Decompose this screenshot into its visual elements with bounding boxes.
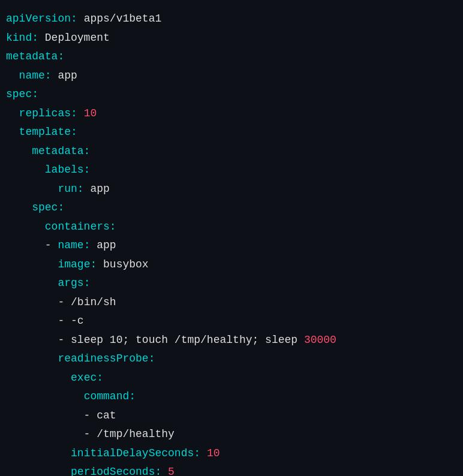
code-token: app <box>90 183 109 195</box>
code-line: metadata: <box>6 142 457 161</box>
code-line: kind: Deployment <box>6 29 457 48</box>
code-token: readinessProbe: <box>58 353 155 364</box>
code-line: - cat <box>6 406 457 426</box>
code-token: 30000 <box>304 334 336 346</box>
code-line: - /tmp/healthy <box>6 425 457 444</box>
code-line: - name: app <box>6 236 457 255</box>
code-token: exec: <box>71 372 103 384</box>
code-token: - <box>6 239 58 251</box>
code-line: containers: <box>6 218 457 237</box>
code-line: replicas: 10 <box>6 104 457 123</box>
code-token: spec: <box>6 201 64 213</box>
code-token: replicas: <box>6 107 84 119</box>
code-token: /bin/sh <box>71 296 116 308</box>
code-token: metadata: <box>6 50 64 62</box>
code-line: readinessProbe: <box>6 350 457 369</box>
code-token <box>6 466 71 476</box>
code-token: /tmp/healthy <box>97 428 175 440</box>
code-line: args: <box>6 274 457 293</box>
code-token: Deployment <box>45 32 110 44</box>
code-token: - <box>6 296 71 308</box>
code-line: template: <box>6 123 457 142</box>
code-editor: apiVersion: apps/v1beta1kind: Deployment… <box>6 10 457 476</box>
code-token: - <box>6 315 71 327</box>
code-token: cat <box>97 409 116 421</box>
code-line: labels: <box>6 161 457 180</box>
code-token: 10 <box>207 447 220 459</box>
code-line: run: app <box>6 180 457 199</box>
code-token: image: <box>58 258 103 270</box>
code-token <box>6 277 58 289</box>
code-token: apiVersion: <box>6 13 84 25</box>
code-token: - <box>6 334 71 346</box>
code-token <box>6 353 58 364</box>
code-token: labels: <box>6 164 90 176</box>
code-token: - <box>6 428 97 440</box>
code-token <box>6 258 58 270</box>
code-token: apps/v1beta1 <box>84 13 162 25</box>
code-line: image: busybox <box>6 255 457 275</box>
code-token: command: <box>84 390 136 402</box>
code-line: command: <box>6 387 457 406</box>
code-line: - -c <box>6 312 457 331</box>
code-token <box>6 447 71 459</box>
code-line: initialDelaySeconds: 10 <box>6 444 457 463</box>
code-token: name: <box>58 239 97 251</box>
code-token: periodSeconds: <box>71 466 168 476</box>
code-token <box>6 372 71 384</box>
code-token: kind: <box>6 32 45 44</box>
code-token: 10 <box>84 107 97 119</box>
code-token: sleep 10; touch /tmp/healthy; sleep <box>71 334 304 346</box>
code-token: busybox <box>103 258 149 270</box>
code-token: 5 <box>168 466 175 476</box>
code-token: - <box>6 409 97 421</box>
code-line: name: app <box>6 67 457 86</box>
code-token: name: <box>6 70 58 82</box>
code-token: metadata: <box>6 145 90 157</box>
code-line: periodSeconds: 5 <box>6 463 457 476</box>
code-line: metadata: <box>6 47 457 67</box>
code-token: run: <box>6 183 90 195</box>
code-token: spec: <box>6 88 38 100</box>
code-line: spec: <box>6 85 457 104</box>
code-line: - sleep 10; touch /tmp/healthy; sleep 30… <box>6 331 457 350</box>
code-token <box>6 390 84 402</box>
code-token: -c <box>71 315 84 327</box>
code-token: app <box>58 70 77 82</box>
code-token: initialDelaySeconds: <box>71 447 207 459</box>
code-token: app <box>97 239 116 251</box>
code-line: spec: <box>6 198 457 218</box>
code-token: containers: <box>6 221 116 233</box>
code-line: - /bin/sh <box>6 293 457 312</box>
code-line: exec: <box>6 369 457 388</box>
code-line: apiVersion: apps/v1beta1 <box>6 10 457 29</box>
code-token: template: <box>6 126 77 138</box>
code-token: args: <box>58 277 90 289</box>
